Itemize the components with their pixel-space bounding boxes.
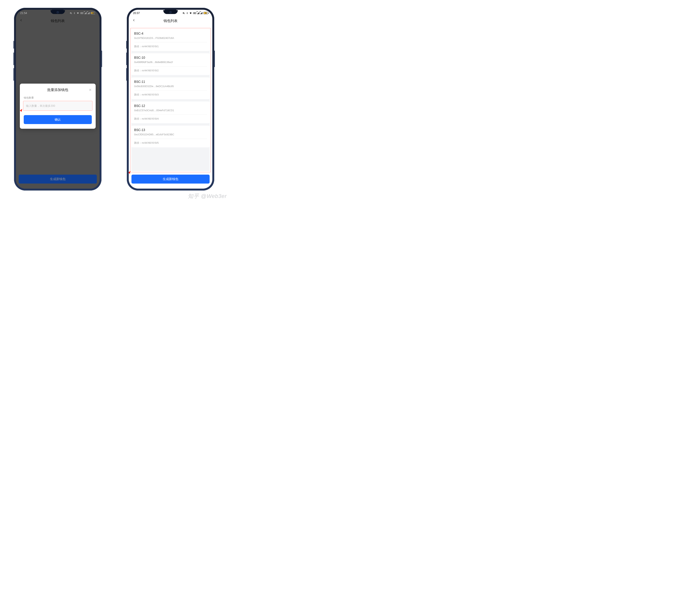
wallet-address: 0x1975E4181D3…F028d02407c8A: [134, 37, 207, 42]
qty-input[interactable]: [24, 101, 92, 110]
screen-left: 21:54 HD 4G: [16, 10, 100, 188]
battery-icon: 71: [91, 12, 95, 14]
bluetooth-icon: [186, 12, 188, 14]
wifi-icon: [189, 12, 192, 14]
wallet-name: BSC-10: [134, 56, 207, 60]
confirm-button[interactable]: 确认: [24, 115, 92, 124]
wallet-card[interactable]: BSC-110x56cB30D32De…9eDC2cA4Bc95路径：m/44'…: [132, 77, 210, 99]
wifi-icon: [76, 12, 79, 14]
wallet-address: 0x56cB30D32De…9eDC2cA4Bc95: [134, 85, 207, 91]
notch-icon: [51, 10, 65, 14]
wallet-card[interactable]: BSC-120xB1C57e3CAd0…054eFd718CD1路径：m/44'…: [132, 101, 210, 123]
back-button[interactable]: [132, 17, 137, 24]
wallet-name: BSC-13: [134, 128, 207, 132]
wallet-name: BSC-11: [134, 80, 207, 84]
wallet-path: 路径：m/44'/60'/0'/0/4: [134, 115, 207, 123]
wallet-path: 路径：m/44'/60'/0'/0/3: [134, 91, 207, 99]
qty-label: 钱包数量: [24, 96, 92, 100]
wallet-card[interactable]: BSC-130xcCfD01DAD85…eEcfcF3c923BC路径：m/44…: [132, 126, 210, 147]
status-time: 21:54: [20, 12, 27, 15]
bluetooth-icon: [73, 12, 76, 14]
nav-bar: 钱包列表: [129, 16, 212, 25]
phone-right: 20:37 HD 4G 4G: [127, 8, 214, 191]
mute-icon: [70, 12, 72, 14]
hd-icon: HD: [80, 12, 83, 14]
bulk-add-modal: 批量添加钱包 钱包数量 确认: [20, 84, 96, 129]
close-icon[interactable]: [88, 87, 93, 93]
signal-2-icon: 4G: [87, 12, 90, 14]
wallet-address: 0x498f6fdF3a36…6b8eB69136a1f: [134, 61, 207, 66]
wallet-address: 0xB1C57e3CAd0…054eFd718CD1: [134, 109, 207, 115]
generate-wallet-button[interactable]: 生成新钱包: [19, 175, 97, 183]
wallet-address: 0xcCfD01DAD85…eEcfcF3c923BC: [134, 133, 207, 139]
signal-2-icon: 4G: [200, 12, 202, 14]
hd-icon: HD: [193, 12, 196, 14]
screen-right: 20:37 HD 4G 4G: [129, 10, 212, 188]
wallet-name: BSC-12: [134, 104, 207, 108]
phone-left: 21:54 HD 4G: [14, 8, 101, 191]
annotation-arrow-icon: [129, 170, 132, 174]
wallet-card[interactable]: BSC-40x1975E4181D3…F028d02407c8A路径：m/44'…: [132, 29, 210, 51]
signal-1-icon: 4G: [84, 12, 86, 14]
generate-wallet-button[interactable]: 生成新钱包: [132, 175, 210, 183]
notch-icon: [163, 10, 178, 14]
wallet-path: 路径：m/44'/60'/0'/0/5: [134, 139, 207, 147]
wallet-path: 路径：m/44'/60'/0'/0/1: [134, 42, 207, 51]
wallet-list: BSC-40x1975E4181D3…F028d02407c8A路径：m/44'…: [132, 29, 210, 171]
status-time: 20:37: [133, 12, 140, 15]
page-title: 钱包列表: [163, 18, 178, 23]
mute-icon: [183, 12, 185, 14]
wallet-name: BSC-4: [134, 32, 207, 35]
signal-1-icon: 4G: [197, 12, 199, 14]
modal-title: 批量添加钱包: [47, 88, 68, 92]
battery-icon: 78: [203, 12, 208, 14]
wallet-path: 路径：m/44'/60'/0'/0/2: [134, 66, 207, 75]
wallet-card[interactable]: BSC-100x498f6fdF3a36…6b8eB69136a1f路径：m/4…: [132, 53, 210, 75]
annotation-arrow-icon: [20, 108, 23, 112]
